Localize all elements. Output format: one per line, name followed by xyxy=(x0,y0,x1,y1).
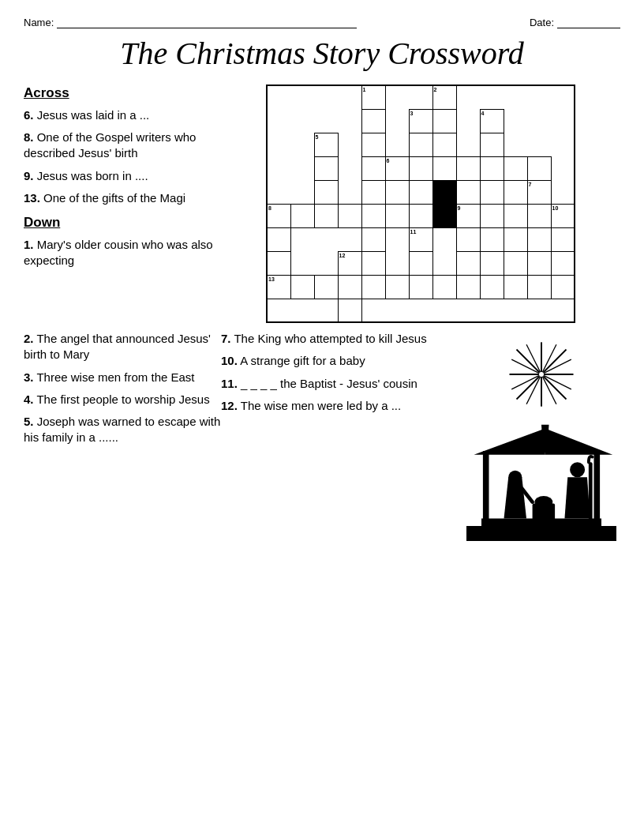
cell-r1c13 xyxy=(551,85,575,109)
down-label: Down xyxy=(24,214,221,232)
clue-2: 2. The angel that announced Jesus' birth… xyxy=(24,331,221,363)
clue-1-text: Mary's older cousin who was also expecti… xyxy=(24,238,213,267)
svg-marker-15 xyxy=(545,429,613,455)
clues-column: Across 6. Jesus was laid in a ... 8. One… xyxy=(24,85,221,323)
clue-11-text: _ _ _ _ the Baptist - Jesus' cousin xyxy=(241,377,417,390)
svg-rect-13 xyxy=(594,451,601,522)
grid-row-5: 7 xyxy=(267,180,575,204)
header-row: Name: Date: xyxy=(24,16,620,28)
grid-row-10 xyxy=(267,299,575,322)
clue-6-number: 6. xyxy=(24,108,34,122)
nativity-image xyxy=(466,418,616,544)
svg-marker-20 xyxy=(504,477,527,518)
name-line[interactable] xyxy=(57,16,357,28)
grid-row-4: 6 xyxy=(267,156,575,180)
clue-12-text: The wise men were led by a ... xyxy=(241,399,401,412)
clue-9-text: Jesus was born in .... xyxy=(37,169,148,182)
cell-r1c4 xyxy=(338,85,361,109)
clue-2-number: 2. xyxy=(24,332,34,345)
bottom-section: 2. The angel that announced Jesus' birth… xyxy=(24,331,620,544)
bottom-left-clues: 2. The angel that announced Jesus' birth… xyxy=(24,331,221,544)
grid-row-2: 3 4 xyxy=(267,109,575,133)
cell-r1c9 xyxy=(456,85,480,109)
clue-12-number: 12. xyxy=(221,399,238,412)
grid-row-6: 8 9 10 xyxy=(267,204,575,227)
clue-12: 12. The wise men were led by a ... xyxy=(221,398,455,414)
grid-row-9: 13 xyxy=(267,275,575,299)
clue-10: 10. A strange gift for a baby xyxy=(221,353,455,369)
grid-row-8: 12 xyxy=(267,251,575,275)
clue-8-number: 8. xyxy=(24,130,34,144)
clue-5-number: 5. xyxy=(24,415,34,428)
cell-black-r6c8 xyxy=(432,204,456,227)
svg-marker-23 xyxy=(564,477,590,518)
svg-marker-14 xyxy=(474,429,545,455)
clue-13-number: 13. xyxy=(24,191,40,205)
clue-4-number: 4. xyxy=(24,393,34,406)
clue-5: 5. Joseph was warned to escape with his … xyxy=(24,414,221,446)
svg-rect-12 xyxy=(483,451,489,522)
clue-5-text: Joseph was warned to escape with his fam… xyxy=(24,415,220,444)
cell-r1c2 xyxy=(290,85,314,109)
main-content: Across 6. Jesus was laid in a ... 8. One… xyxy=(24,85,620,323)
grid-row-3: 5 xyxy=(267,133,575,156)
cell-r1c3 xyxy=(314,85,338,109)
cell-r1c7 xyxy=(409,85,432,109)
page-title: The Christmas Story Crossword xyxy=(24,35,620,72)
clue-3: 3. Three wise men from the East xyxy=(24,370,221,385)
clue-11-number: 11. xyxy=(221,377,238,390)
clue-2-text: The angel that announced Jesus' birth to… xyxy=(24,332,211,361)
svg-point-9 xyxy=(538,371,544,377)
clue-3-number: 3. xyxy=(24,370,34,384)
clue-6-text: Jesus was laid in a ... xyxy=(37,108,150,122)
crossword-grid: 1 2 3 xyxy=(266,85,575,323)
clue-8: 8. One of the Gospel writers who describ… xyxy=(24,130,221,162)
clue-9: 9. Jesus was born in .... xyxy=(24,168,221,184)
svg-rect-24 xyxy=(589,462,593,522)
cell-r1c5[interactable]: 1 xyxy=(361,85,385,109)
grid-row-1: 1 2 xyxy=(267,85,575,109)
svg-point-22 xyxy=(570,462,585,477)
svg-point-18 xyxy=(534,496,552,508)
cell-r1c11 xyxy=(504,85,527,109)
clue-4-text: The first people to worship Jesus xyxy=(36,393,209,406)
cell-r1c8[interactable]: 2 xyxy=(432,85,456,109)
name-label: Name: xyxy=(24,17,54,28)
clue-6: 6. Jesus was laid in a ... xyxy=(24,107,221,123)
clue-4: 4. The first people to worship Jesus xyxy=(24,392,221,408)
crossword-area: 1 2 3 xyxy=(221,85,620,323)
bottom-right-clues: 7. The King who attempted to kill Jesus … xyxy=(221,331,455,544)
bottom-right: 7. The King who attempted to kill Jesus … xyxy=(221,331,620,544)
clue-9-number: 9. xyxy=(24,169,34,182)
cell-r1c10 xyxy=(480,85,504,109)
clue-10-text: A strange gift for a baby xyxy=(240,354,365,367)
cell-r1c6 xyxy=(385,85,409,109)
clue-1-number: 1. xyxy=(24,238,34,251)
clue-7: 7. The King who attempted to kill Jesus xyxy=(221,331,455,347)
across-label: Across xyxy=(24,85,221,103)
clue-11: 11. _ _ _ _ the Baptist - Jesus' cousin xyxy=(221,376,455,392)
clue-1: 1. Mary's older cousin who was also expe… xyxy=(24,237,221,269)
clue-13: 13. One of the gifts of the Magi xyxy=(24,190,221,206)
bottom-images xyxy=(462,331,620,544)
date-label: Date: xyxy=(530,17,554,28)
clue-3-text: Three wise men from the East xyxy=(36,370,194,384)
clue-10-number: 10. xyxy=(221,354,238,367)
star-image xyxy=(506,339,577,410)
svg-rect-10 xyxy=(466,526,616,541)
name-field: Name: xyxy=(24,16,530,28)
cell-r1c1 xyxy=(267,85,290,109)
clue-7-text: The King who attempted to kill Jesus xyxy=(234,332,426,345)
cell-black-r5c8 xyxy=(432,180,456,204)
grid-row-7: 11 xyxy=(267,227,575,251)
clue-8-text: One of the Gospel writers who described … xyxy=(24,130,196,160)
clue-13-text: One of the gifts of the Magi xyxy=(43,191,185,205)
cell-r1c12 xyxy=(527,85,551,109)
date-field: Date: xyxy=(530,16,620,28)
date-line[interactable] xyxy=(557,16,620,28)
clue-7-number: 7. xyxy=(221,332,231,345)
